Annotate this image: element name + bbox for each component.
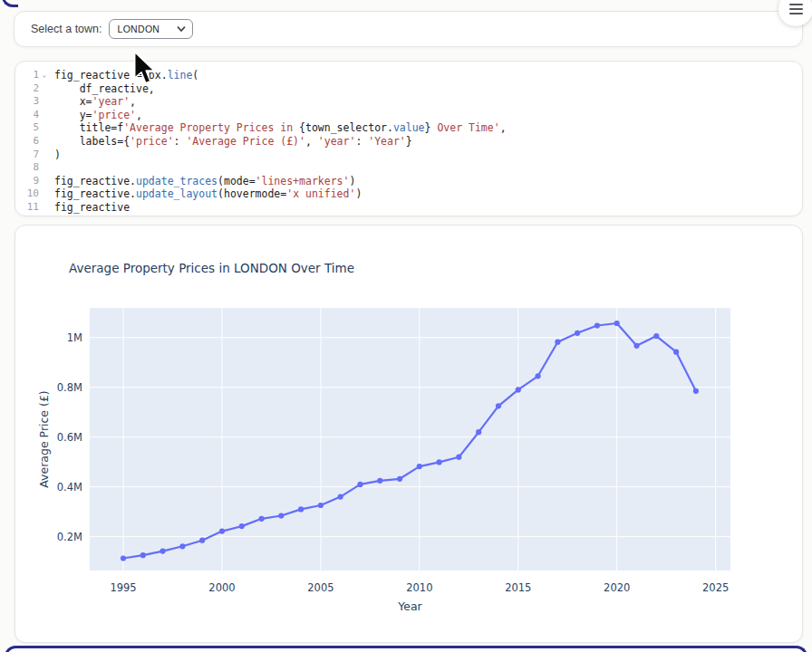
- data-point-marker: [633, 343, 639, 349]
- code-text: fig_reactive = px.line(: [50, 69, 198, 82]
- line-number: 6: [15, 135, 39, 149]
- code-text: ): [50, 149, 61, 162]
- data-point-marker: [239, 523, 245, 529]
- line-number: 7: [15, 149, 39, 162]
- data-point-marker: [121, 555, 126, 561]
- line-number: 11: [15, 201, 39, 215]
- data-point-marker: [357, 482, 362, 487]
- line-number: 9: [15, 175, 39, 188]
- fold-spacer: [39, 161, 50, 175]
- town-selector-label: Select a town:: [31, 23, 102, 35]
- x-tick-label: 2010: [406, 581, 432, 594]
- fold-spacer: [39, 175, 50, 188]
- data-point-marker: [496, 403, 501, 408]
- next-cell-focus-border: [5, 646, 807, 652]
- y-tick-label: 0.2M: [57, 531, 82, 543]
- town-selector-cell: Select a town: LONDON: [14, 11, 803, 47]
- data-point-marker: [377, 478, 382, 484]
- data-point-marker: [397, 476, 402, 482]
- notebook-page: { "colors": { "focus_accent": "#2b2b8a",…: [0, 0, 812, 652]
- x-tick-label: 2015: [505, 581, 531, 594]
- line-number: 8: [15, 161, 39, 175]
- code-line[interactable]: 3 x='year',: [15, 95, 802, 109]
- data-point-marker: [653, 333, 659, 339]
- data-point-marker: [456, 455, 461, 460]
- chart-title: Average Property Prices in LONDON Over T…: [69, 261, 354, 275]
- data-point-marker: [693, 388, 699, 394]
- code-line[interactable]: 8: [15, 161, 802, 175]
- code-text: fig_reactive.update_traces(mode='lines+m…: [50, 175, 355, 188]
- data-point-marker: [199, 538, 205, 543]
- data-point-marker: [278, 513, 284, 518]
- y-tick-label: 0.4M: [57, 481, 82, 494]
- code-text: fig_reactive: [50, 201, 130, 215]
- code-text: title=f'Average Property Prices in {town…: [50, 121, 507, 135]
- data-point-marker: [417, 464, 422, 469]
- chevron-down-icon: [177, 26, 186, 33]
- previous-cell-focus-border: [2, 0, 18, 7]
- line-number: 10: [15, 187, 39, 201]
- data-point-marker: [140, 552, 146, 558]
- code-text: [50, 161, 61, 175]
- code-line[interactable]: 9fig_reactive.update_traces(mode='lines+…: [15, 175, 802, 188]
- mouse-cursor-icon: [133, 51, 158, 86]
- data-point-marker: [614, 321, 620, 326]
- fold-spacer: [39, 135, 50, 149]
- data-point-marker: [437, 459, 442, 465]
- code-line[interactable]: 11fig_reactive: [15, 201, 802, 215]
- y-tick-label: 0.8M: [57, 381, 82, 394]
- line-number: 1: [15, 69, 39, 82]
- x-tick-label: 2000: [208, 581, 235, 594]
- data-point-marker: [338, 494, 343, 500]
- y-tick-label: 1M: [67, 331, 82, 344]
- chart-output-cell: Average Property Prices in LONDON Over T…: [14, 225, 803, 643]
- fold-spacer: [39, 121, 50, 135]
- data-point-marker: [476, 429, 481, 435]
- code-line[interactable]: 10fig_reactive.update_layout(hovermode='…: [15, 187, 802, 201]
- code-text: labels={'price': 'Average Price (£)', 'y…: [50, 135, 412, 149]
- code-line[interactable]: 4 y='price',: [15, 109, 802, 122]
- data-point-marker: [298, 506, 304, 512]
- data-point-marker: [259, 516, 265, 522]
- town-select-dropdown[interactable]: LONDON: [109, 19, 193, 39]
- data-point-marker: [673, 350, 679, 355]
- code-line[interactable]: 5 title=f'Average Property Prices in {to…: [15, 121, 802, 135]
- line-number: 5: [15, 121, 39, 135]
- code-text: y='price',: [50, 109, 142, 122]
- x-axis-title: Year: [397, 599, 422, 613]
- line-number: 4: [15, 109, 39, 122]
- hamburger-icon: [789, 4, 803, 14]
- data-point-marker: [179, 543, 185, 549]
- town-select-value: LONDON: [118, 24, 160, 34]
- data-point-marker: [594, 322, 600, 328]
- price-line-chart[interactable]: Average Property Prices in LONDON Over T…: [15, 225, 802, 642]
- line-number: 2: [15, 82, 39, 96]
- data-point-marker: [516, 387, 521, 392]
- y-tick-label: 0.6M: [57, 431, 82, 444]
- data-point-marker: [536, 373, 541, 379]
- fold-spacer: [39, 201, 50, 215]
- fold-chevron-icon[interactable]: ⌄: [39, 69, 50, 82]
- data-point-marker: [219, 529, 225, 534]
- x-tick-label: 2005: [307, 581, 334, 594]
- code-text: fig_reactive.update_layout(hovermode='x …: [50, 187, 362, 201]
- line-number: 3: [15, 95, 39, 109]
- data-point-marker: [160, 549, 166, 554]
- code-line[interactable]: 7): [15, 149, 802, 162]
- data-point-marker: [318, 503, 324, 508]
- x-tick-label: 2020: [604, 581, 630, 594]
- fold-spacer: [39, 109, 50, 122]
- x-tick-label: 1995: [110, 581, 136, 594]
- fold-spacer: [39, 95, 50, 109]
- data-point-marker: [575, 331, 580, 336]
- fold-spacer: [39, 149, 50, 162]
- code-text: x='year',: [50, 95, 136, 109]
- fold-spacer: [39, 187, 50, 201]
- x-tick-label: 2025: [702, 581, 729, 594]
- fold-spacer: [39, 82, 50, 96]
- code-line[interactable]: 6 labels={'price': 'Average Price (£)', …: [15, 135, 802, 149]
- data-point-marker: [555, 340, 560, 345]
- y-axis-title: Average Price (£): [37, 390, 51, 487]
